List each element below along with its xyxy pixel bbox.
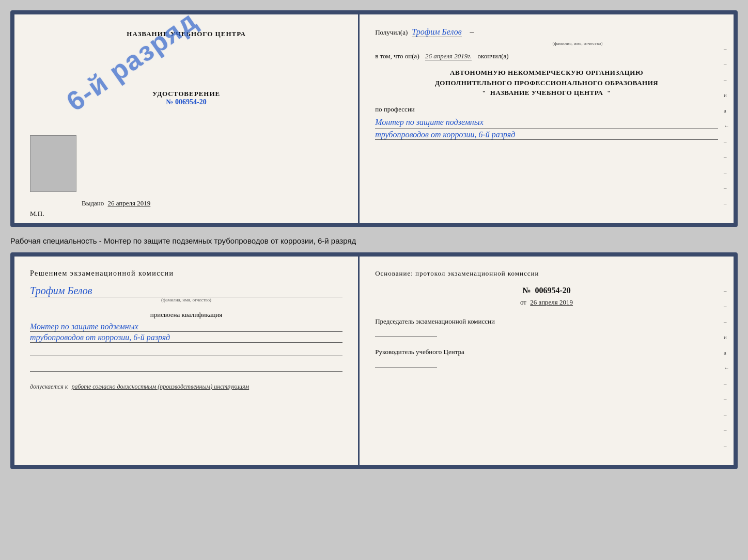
photo-placeholder xyxy=(30,135,76,192)
bottom-name-block: Трофим Белов (фамилия, имя, отчество) xyxy=(30,285,342,302)
top-cert-title: НАЗВАНИЕ УЧЕБНОГО ЦЕНТРА xyxy=(127,30,246,38)
page-wrapper: НАЗВАНИЕ УЧЕБНОГО ЦЕНТРА 6-й разряд УДОС… xyxy=(10,10,738,469)
profession-line1: Монтер по защите подземных xyxy=(375,116,718,130)
empty-line-1 xyxy=(30,347,342,356)
predsedatel-block: Председатель экзаменационной комиссии xyxy=(375,317,718,337)
profession-line2: трубопроводов от коррозии, 6-й разряд xyxy=(375,130,718,140)
empty-line-2 xyxy=(30,362,342,372)
right-side-markers: – – – и а ← – – – – – xyxy=(724,45,729,206)
mp-line: М.П. xyxy=(30,210,44,218)
rukovoditel-signature-line xyxy=(375,367,437,367)
rukovoditel-title: Руководитель учебного Центра xyxy=(375,347,718,357)
graduation-date: 26 апреля 2019г. xyxy=(425,52,472,60)
top-certificate: НАЗВАНИЕ УЧЕБНОГО ЦЕНТРА 6-й разряд УДОС… xyxy=(10,10,738,227)
bottom-certificate: Решением экзаменационной комиссии Трофим… xyxy=(10,252,738,469)
predsedatel-title: Председатель экзаменационной комиссии xyxy=(375,317,718,326)
v-tom-chto-line: в том, что он(а) 26 апреля 2019г. окончи… xyxy=(375,52,718,60)
osnovanie-text: Основание: протокол экзаменационной коми… xyxy=(375,269,718,278)
prisvoena-label: присвоена квалификация xyxy=(30,311,342,319)
specialty-text: Рабочая специальность - Монтер по защите… xyxy=(10,232,738,247)
recipient-name: Трофим Белов xyxy=(412,27,461,37)
udostoverenie-title: УДОСТОВЕРЕНИЕ xyxy=(152,90,220,98)
org-block: АВТОНОМНУЮ НЕКОММЕРЧЕСКУЮ ОРГАНИЗАЦИЮ ДО… xyxy=(375,68,718,98)
ot-date: от 26 апреля 2019 xyxy=(375,298,718,307)
vydano-line: Выдано 26 апреля 2019 xyxy=(82,199,150,207)
cert-number: 006954-20 xyxy=(175,98,207,106)
kval-line2: трубопроводов от коррозии, 6-й разряд xyxy=(30,333,342,343)
org-name: НАЗВАНИЕ УЧЕБНОГО ЦЕНТРА xyxy=(490,89,603,97)
poluchil-label: Получил(а) xyxy=(375,28,408,37)
cert-bottom-left: Решением экзаменационной комиссии Трофим… xyxy=(14,257,360,465)
cert-top-left: НАЗВАНИЕ УЧЕБНОГО ЦЕНТРА 6-й разряд УДОС… xyxy=(14,14,360,223)
kval-line1: Монтер по защите подземных xyxy=(30,322,342,332)
dopuskaetsya-filled: работе согласно должностным (производств… xyxy=(71,383,249,390)
bottom-recipient-name: Трофим Белов xyxy=(30,285,342,297)
resheniem-title: Решением экзаменационной комиссии xyxy=(30,269,342,278)
cert-top-right: Получил(а) Трофим Белов – (фамилия, имя,… xyxy=(360,14,734,223)
udostoverenie-num: № 006954-20 xyxy=(152,98,220,106)
protocol-date: 26 апреля 2019 xyxy=(530,298,573,306)
predsedatel-signature-line xyxy=(375,337,437,337)
vydano-date: 26 апреля 2019 xyxy=(108,199,151,207)
right-side-markers-bottom: – – – и а ← – – – – – xyxy=(724,287,729,449)
protocol-num: № 006954-20 xyxy=(375,286,718,295)
protocol-number: 006954-20 xyxy=(535,286,570,295)
cert-bottom-right: Основание: протокол экзаменационной коми… xyxy=(360,257,734,465)
dopuskaetsya-block: допускается к работе согласно должностны… xyxy=(30,383,342,391)
po-professii-label: по профессии Монтер по защите подземных … xyxy=(375,105,718,140)
udostoverenie-block: УДОСТОВЕРЕНИЕ № 006954-20 xyxy=(152,90,220,106)
rukovoditel-block: Руководитель учебного Центра xyxy=(375,347,718,367)
bottom-name-sublabel: (фамилия, имя, отчество) xyxy=(30,297,342,302)
name-sublabel: (фамилия, имя, отчество) xyxy=(437,41,718,46)
